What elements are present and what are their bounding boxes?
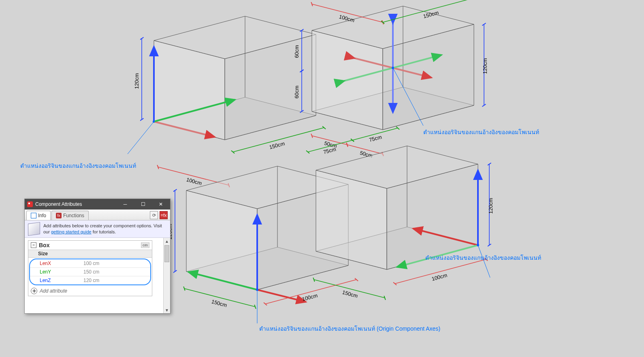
attr-key-lenx: LenX xyxy=(30,259,81,267)
collapse-toggle[interactable]: – xyxy=(31,242,36,248)
attr-val-leny[interactable]: 150 cm xyxy=(81,268,150,276)
svg-text:60cm: 60cm xyxy=(294,45,300,58)
box-top-left: 120cm 150cm 100cm xyxy=(128,16,324,186)
scroll-thumb[interactable] xyxy=(164,245,169,262)
dialog-scrollbar[interactable]: ▲ ▼ xyxy=(163,238,170,313)
attr-val-lenz[interactable]: 120 cm xyxy=(81,276,150,284)
callout-bottom-left: ตำแหน่งออริจินของแกนอ้างอิงของคอมโพเนนท์… xyxy=(259,324,440,333)
callout-top-right: ตำแหน่งออริจินของแกนอ้างอิงของคอมโพเนนท์ xyxy=(423,128,539,137)
group-size-header: Size xyxy=(28,250,152,258)
svg-text:120cm: 120cm xyxy=(488,198,494,214)
tab-functions[interactable]: fx Functions xyxy=(51,211,89,220)
add-attribute-row[interactable]: ✚ Add attribute xyxy=(28,286,152,296)
dialog-title: Component Attributes xyxy=(35,201,115,207)
box-bottom-right: 120cm 100cm 150cm xyxy=(314,146,494,299)
refresh-button[interactable]: ⟳ xyxy=(150,211,158,219)
attr-key-leny: LenY xyxy=(30,268,81,276)
fx-icon: fx xyxy=(56,213,62,218)
attr-key-lenz: LenZ xyxy=(30,276,81,284)
sketchup-icon xyxy=(27,201,33,207)
dialog-tip: Add attributes below to create your comp… xyxy=(25,220,170,238)
svg-line-51 xyxy=(257,290,306,302)
svg-point-16 xyxy=(153,121,155,122)
dialog-titlebar[interactable]: Component Attributes ─ ☐ ✕ xyxy=(25,199,170,209)
svg-text:60cm: 60cm xyxy=(294,86,300,98)
getting-started-link[interactable]: getting started guide xyxy=(51,229,92,234)
info-icon xyxy=(31,213,36,218)
attr-row-lenx[interactable]: LenX 100 cm xyxy=(30,259,150,268)
add-attribute-label: Add attribute xyxy=(40,288,67,294)
callout-bottom-right: ตำแหน่งออริจินของแกนอ้างอิงของคอมโพเนนท์ xyxy=(425,253,541,262)
tab-functions-label: Functions xyxy=(63,213,84,218)
window-minimize-button[interactable]: ─ xyxy=(117,199,133,209)
add-attribute-icon: ✚ xyxy=(31,288,37,294)
window-close-button[interactable]: ✕ xyxy=(153,199,168,209)
tab-info-label: Info xyxy=(38,213,46,218)
component-cube-icon xyxy=(28,222,40,236)
component-attributes-dialog: Component Attributes ─ ☐ ✕ Info fx Funct… xyxy=(24,199,171,314)
component-name: Box xyxy=(39,242,49,248)
attr-row-lenz[interactable]: LenZ 120 cm xyxy=(30,276,150,284)
tip-text-post: for tutorials. xyxy=(93,229,116,234)
fx-toggle-button[interactable]: =fx xyxy=(160,211,168,219)
scroll-up-button[interactable]: ▲ xyxy=(164,238,170,244)
highlighted-attributes: LenX 100 cm LenY 150 cm LenZ 120 cm xyxy=(29,259,151,285)
attribute-table: – Box cm Size LenX 100 cm LenY 150 cm Le… xyxy=(28,240,152,296)
tab-info[interactable]: Info xyxy=(26,211,51,220)
dialog-body: – Box cm Size LenX 100 cm LenY 150 cm Le… xyxy=(25,238,170,313)
svg-point-45 xyxy=(392,67,394,68)
svg-text:120cm: 120cm xyxy=(482,58,488,74)
callout-top-left: ตำแหน่งออริจินของแกนอ้างอิงของคอมโพเนนท์ xyxy=(20,161,136,170)
unit-badge[interactable]: cm xyxy=(141,242,149,248)
svg-text:120cm: 120cm xyxy=(134,73,140,89)
window-maximize-button[interactable]: ☐ xyxy=(135,199,151,209)
svg-point-79 xyxy=(477,244,479,246)
scroll-down-button[interactable]: ▼ xyxy=(164,307,170,313)
dialog-tabs: Info fx Functions ⟳ =fx xyxy=(25,209,170,220)
svg-text:150cm: 150cm xyxy=(211,298,228,308)
svg-line-15 xyxy=(128,122,154,154)
svg-point-62 xyxy=(256,289,258,291)
attr-row-leny[interactable]: LenY 150 cm xyxy=(30,268,150,276)
attr-val-lenx[interactable]: 100 cm xyxy=(81,259,150,267)
